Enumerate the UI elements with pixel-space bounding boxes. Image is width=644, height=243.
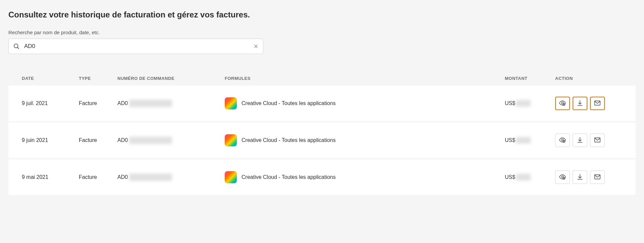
search-label: Recherche par nom de produit, date, etc. (8, 30, 636, 35)
table-row: 9 mai 2021FactureAD0Creative Cloud - Tou… (8, 159, 636, 195)
col-amount: MONTANT (505, 76, 555, 81)
cell-type: Facture (79, 174, 117, 180)
table-row: 9 juin 2021FactureAD0Creative Cloud - To… (8, 123, 636, 158)
redacted-amount (516, 137, 531, 144)
creative-cloud-icon (225, 134, 237, 146)
download-icon (576, 99, 584, 108)
plan-name: Creative Cloud - Toutes les applications (241, 137, 336, 143)
download-invoice-button[interactable] (573, 171, 587, 184)
table-header: DATE TYPE NUMÉRO DE COMMANDE FORMULES MO… (8, 71, 636, 86)
eye-check-icon (559, 173, 566, 182)
cell-date: 9 juin 2021 (22, 137, 79, 143)
download-invoice-button[interactable] (573, 134, 587, 147)
cell-date: 9 juil. 2021 (22, 100, 79, 106)
download-icon (576, 173, 584, 182)
amount-prefix: US$ (505, 137, 515, 143)
cell-type: Facture (79, 100, 117, 106)
redacted-amount (516, 100, 531, 107)
cell-amount: US$ (505, 137, 555, 144)
email-invoice-button[interactable] (590, 134, 605, 147)
email-invoice-button[interactable] (590, 97, 605, 110)
col-plans: FORMULES (225, 76, 505, 81)
cell-order: AD0 (117, 174, 225, 181)
cell-plan: Creative Cloud - Toutes les applications (225, 171, 505, 183)
table-row: 9 juil. 2021FactureAD0Creative Cloud - T… (8, 86, 636, 121)
cell-actions (555, 97, 622, 110)
invoice-table: DATE TYPE NUMÉRO DE COMMANDE FORMULES MO… (8, 71, 636, 195)
mail-icon (594, 173, 601, 182)
view-invoice-button[interactable] (555, 171, 570, 184)
page-title: Consultez votre historique de facturatio… (8, 10, 636, 19)
cell-order: AD0 (117, 100, 225, 107)
col-date: DATE (22, 76, 79, 81)
cell-amount: US$ (505, 100, 555, 107)
creative-cloud-icon (225, 97, 237, 109)
cell-date: 9 mai 2021 (22, 174, 79, 180)
creative-cloud-icon (225, 171, 237, 183)
order-prefix: AD0 (117, 137, 128, 143)
search-container (8, 39, 263, 54)
cell-type: Facture (79, 137, 117, 143)
cell-actions (555, 134, 622, 147)
redacted-order (129, 174, 172, 181)
eye-check-icon (559, 99, 566, 108)
col-order: NUMÉRO DE COMMANDE (117, 76, 225, 81)
cell-plan: Creative Cloud - Toutes les applications (225, 134, 505, 146)
plan-name: Creative Cloud - Toutes les applications (241, 100, 336, 106)
order-prefix: AD0 (117, 174, 128, 180)
download-invoice-button[interactable] (573, 97, 587, 110)
download-icon (576, 136, 584, 145)
mail-icon (594, 99, 601, 108)
svg-point-0 (14, 44, 18, 48)
svg-line-1 (17, 47, 19, 49)
email-invoice-button[interactable] (590, 171, 605, 184)
clear-search-icon[interactable] (253, 44, 259, 49)
mail-icon (594, 136, 601, 145)
search-input[interactable] (8, 39, 263, 54)
redacted-amount (516, 174, 531, 181)
cell-amount: US$ (505, 174, 555, 181)
col-action: ACTION (555, 76, 622, 81)
cell-order: AD0 (117, 137, 225, 144)
redacted-order (129, 100, 172, 107)
search-icon (13, 43, 20, 50)
eye-check-icon (559, 136, 566, 145)
amount-prefix: US$ (505, 174, 515, 180)
view-invoice-button[interactable] (555, 97, 570, 110)
view-invoice-button[interactable] (555, 134, 570, 147)
plan-name: Creative Cloud - Toutes les applications (241, 174, 336, 180)
redacted-order (129, 137, 172, 144)
cell-plan: Creative Cloud - Toutes les applications (225, 97, 505, 109)
col-type: TYPE (79, 76, 117, 81)
amount-prefix: US$ (505, 100, 515, 106)
cell-actions (555, 171, 622, 184)
order-prefix: AD0 (117, 100, 128, 106)
